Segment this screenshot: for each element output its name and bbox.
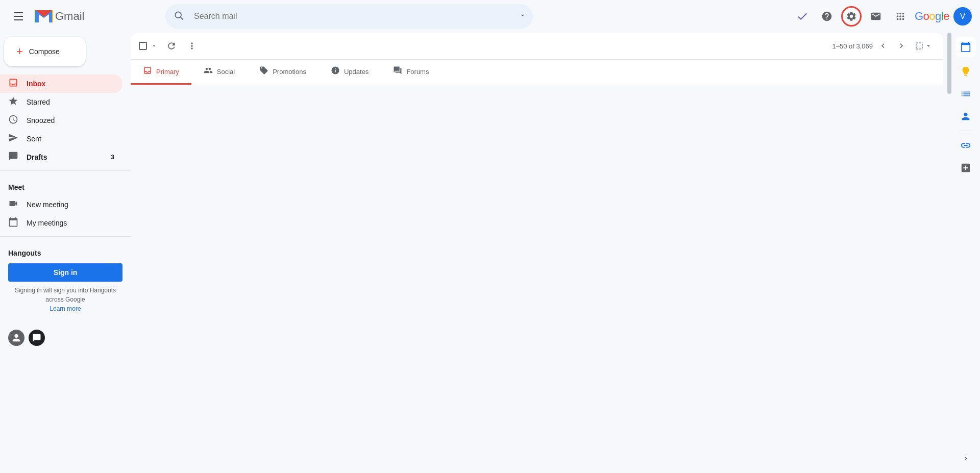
next-page-button[interactable] [893, 38, 910, 54]
hamburger-line [14, 12, 23, 13]
select-checkbox-wrap[interactable] [139, 40, 160, 52]
email-tabs: Primary Social Promotions [131, 60, 943, 85]
select-dropdown-button[interactable] [148, 40, 160, 52]
sent-label: Sent [27, 135, 41, 143]
svg-rect-0 [35, 10, 36, 22]
sidebar-item-sent[interactable]: Sent [0, 130, 122, 148]
tasks-button[interactable] [792, 6, 813, 27]
video-icon [8, 198, 18, 211]
updates-tab-icon [331, 66, 340, 77]
drafts-icon [8, 151, 18, 164]
hangouts-signin-button[interactable]: Sign in [8, 263, 122, 282]
promotions-tab-icon [259, 66, 268, 77]
refresh-button[interactable] [162, 37, 181, 55]
header: Gmail Google [0, 0, 980, 33]
search-icon [174, 10, 184, 22]
expand-panel-button[interactable] [955, 449, 976, 469]
drafts-label: Drafts [27, 153, 47, 161]
sidebar-item-snoozed[interactable]: Snoozed [0, 111, 122, 130]
toolbar: 1–50 of 3,069 [131, 33, 943, 60]
sidebar-item-my-meetings[interactable]: My meetings [0, 214, 122, 232]
header-right: Google V [792, 6, 972, 27]
calendar-button[interactable] [955, 37, 976, 57]
sidebar-item-drafts[interactable]: Drafts 3 [0, 148, 122, 166]
scrollbar-thumb[interactable] [947, 33, 951, 94]
email-list [131, 85, 943, 469]
prev-page-button[interactable] [875, 38, 891, 54]
sidebar-divider-2 [0, 236, 131, 237]
new-meeting-label: New meeting [27, 201, 68, 209]
sidebar-item-starred[interactable]: Starred [0, 93, 122, 111]
my-meetings-label: My meetings [27, 219, 67, 227]
hangouts-section: Hangouts Sign in Signing in will sign yo… [0, 241, 131, 321]
hamburger-line [14, 16, 23, 17]
tab-forums-label: Forums [406, 68, 429, 76]
tasks-sidebar-button[interactable] [955, 84, 976, 104]
tab-primary-label: Primary [156, 68, 179, 76]
tab-forums[interactable]: Forums [381, 60, 441, 85]
social-tab-icon [204, 66, 213, 77]
scrollbar-track[interactable] [947, 33, 951, 473]
primary-tab-icon [143, 66, 152, 77]
links-button[interactable] [955, 135, 976, 156]
sidebar-item-new-meeting[interactable]: New meeting [0, 195, 122, 214]
sidebar-person-icon[interactable] [8, 330, 24, 346]
sidebar: + Compose Inbox Starred [0, 33, 131, 473]
learn-more-link[interactable]: Learn more [50, 305, 81, 312]
search-bar [165, 4, 533, 29]
tab-primary[interactable]: Primary [131, 60, 191, 85]
gmail-m-icon [35, 7, 53, 26]
toolbar-right: 1–50 of 3,069 [832, 38, 935, 54]
drafts-badge: 3 [111, 154, 114, 161]
main-layout: + Compose Inbox Starred [0, 33, 980, 473]
search-input[interactable] [165, 4, 533, 29]
select-all-checkbox[interactable] [139, 42, 147, 50]
contacts-button[interactable] [955, 106, 976, 127]
hangouts-description: Signing in will sign you into Hangouts a… [8, 286, 122, 313]
apps-button[interactable] [890, 6, 911, 27]
clock-icon [8, 114, 18, 127]
tab-social-label: Social [217, 68, 235, 76]
add-addon-button[interactable] [955, 158, 976, 178]
email-area: 1–50 of 3,069 Primary [131, 33, 943, 469]
tab-updates[interactable]: Updates [318, 60, 381, 85]
menu-button[interactable] [8, 6, 29, 27]
right-sidebar [951, 33, 980, 473]
hamburger-line [14, 19, 23, 20]
more-options-button[interactable] [183, 37, 201, 55]
sidebar-divider [0, 170, 131, 171]
settings-button[interactable] [841, 6, 862, 27]
hangouts-title: Hangouts [8, 249, 122, 257]
gmail-logo: Gmail [35, 7, 84, 26]
header-left: Gmail [8, 6, 161, 27]
compose-label: Compose [29, 47, 60, 56]
starred-label: Starred [27, 98, 50, 106]
calendar-small-icon [8, 217, 18, 230]
tab-promotions-label: Promotions [273, 68, 306, 76]
nav-menu: Inbox Starred Snoozed Sent [0, 74, 131, 166]
help-button[interactable] [817, 6, 837, 27]
tab-social[interactable]: Social [191, 60, 247, 85]
right-sidebar-divider [959, 131, 973, 131]
sidebar-item-inbox[interactable]: Inbox [0, 74, 122, 93]
compose-plus-icon: + [16, 45, 23, 58]
gmail-logo-text: Gmail [55, 10, 84, 23]
notifications-button[interactable] [866, 6, 886, 27]
pagination-text: 1–50 of 3,069 [832, 42, 873, 50]
toolbar-left [139, 37, 201, 55]
hangouts-chat-icon[interactable] [29, 330, 45, 346]
sidebar-bottom [0, 321, 131, 354]
star-icon [8, 96, 18, 109]
google-logo-text: Google [915, 10, 949, 23]
send-icon [8, 133, 18, 145]
tab-promotions[interactable]: Promotions [247, 60, 318, 85]
tab-updates-label: Updates [344, 68, 369, 76]
inbox-icon [8, 78, 18, 90]
keep-button[interactable] [955, 61, 976, 82]
compose-button[interactable]: + Compose [4, 37, 86, 66]
view-options-button[interactable] [912, 39, 935, 53]
avatar[interactable]: V [953, 7, 972, 26]
search-dropdown-icon[interactable] [519, 11, 527, 21]
inbox-label: Inbox [27, 80, 45, 88]
forums-tab-icon [393, 66, 402, 77]
